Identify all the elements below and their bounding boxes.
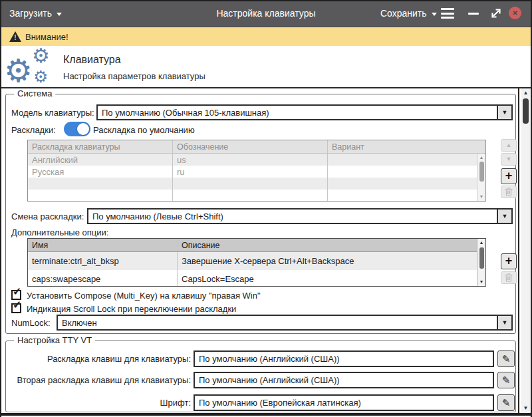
pencil-icon: ✎ <box>502 374 511 386</box>
switch-combobox[interactable]: По умолчанию (Левые Ctrl+Shift) ▼ <box>87 208 513 224</box>
table-row-empty <box>28 178 485 190</box>
trash-icon <box>505 273 513 282</box>
combo-arrow-button[interactable]: ▼ <box>497 209 511 223</box>
chevron-down-icon: ▼ <box>502 213 508 219</box>
options-table-scrollbar[interactable]: ▲ ▼ <box>477 239 485 286</box>
titlebar: Загрузить Настройка клавиатуры Сохранить… <box>0 0 532 27</box>
scrollbar-thumb[interactable] <box>523 98 529 124</box>
pencil-icon: ✎ <box>502 353 511 365</box>
content-right-border <box>518 88 519 413</box>
tty-font-edit-button[interactable]: ✎ <box>497 394 515 411</box>
window-border <box>0 413 532 416</box>
keyboard-settings-window: Загрузить Настройка клавиатуры Сохранить… <box>0 0 532 417</box>
tty-layout-value: По умолчанию (Английский (США)) <box>199 354 340 364</box>
caret-down-icon <box>432 13 437 16</box>
gear-icon: ⚙ <box>33 69 48 85</box>
table-row: Русская ru <box>28 166 485 178</box>
scroll-down-icon[interactable]: ▼ <box>477 279 485 285</box>
move-up-button[interactable]: ▲ <box>501 139 517 152</box>
plus-icon: + <box>505 170 513 182</box>
add-layout-button[interactable]: + <box>501 168 517 184</box>
combo-arrow-button[interactable]: ▼ <box>497 316 511 329</box>
maximize-button[interactable] <box>489 7 503 20</box>
layouts-table-scrollbar[interactable]: ▲ ▼ <box>477 154 485 201</box>
trash-icon <box>505 188 513 196</box>
move-down-button[interactable]: ▼ <box>501 153 517 166</box>
tty-layout-label: Раскладка клавиш для клавиатуры: <box>11 354 191 364</box>
scroll-down-icon[interactable]: ▼ <box>477 194 485 200</box>
window-border <box>0 0 1 417</box>
check-icon: ✓ <box>13 287 21 297</box>
scrollbar-thumb[interactable] <box>479 247 484 269</box>
pencil-icon: ✎ <box>502 397 511 409</box>
layouts-table-header: Раскладка клавиатуры Обозначение Вариант <box>28 140 485 154</box>
combo-arrow-button[interactable]: ▼ <box>497 106 511 119</box>
tty-font-field[interactable]: По умолчанию (Европейская латинская) <box>194 394 494 411</box>
switch-value: По умолчанию (Левые Ctrl+Shift) <box>88 209 497 223</box>
chevron-down-icon: ▼ <box>502 319 508 326</box>
caret-down-icon <box>57 13 62 16</box>
numlock-label: NumLock: <box>11 318 51 328</box>
page-header: ⚙ ⚙ ⚙ Клавиатура Настройка параметров кл… <box>0 46 532 88</box>
down-arrow-icon: ▼ <box>506 156 512 162</box>
numlock-combobox[interactable]: Включен ▼ <box>57 315 513 331</box>
tty-layout2-edit-button[interactable]: ✎ <box>497 372 515 388</box>
main-scrollbar[interactable]: ▲ ▼ <box>521 88 530 413</box>
save-button[interactable]: Сохранить <box>380 6 437 21</box>
system-section: Система Модель клавиатуры: По умолчанию … <box>5 94 516 334</box>
model-combobox[interactable]: По умолчанию (Обычная 105-клавишная) ▼ <box>96 104 513 120</box>
layouts-toggle[interactable] <box>64 122 90 136</box>
warning-text: Внимание! <box>25 32 68 42</box>
tty-layout2-label: Вторая раскладка клавиш для клавиатуры: <box>11 375 191 385</box>
scrollbar-thumb[interactable] <box>479 162 484 182</box>
tty-layout-field[interactable]: По умолчанию (Английский (США)) <box>194 350 494 367</box>
window-border <box>0 0 532 1</box>
numlock-value: Включен <box>58 316 497 329</box>
page-title: Клавиатура <box>63 54 121 66</box>
warning-icon: ! <box>9 31 21 42</box>
options-table: Имя Описание terminate:ctrl_alt_bksp Зав… <box>27 238 486 287</box>
scrolllock-checkbox-label: Индикация Scroll Lock при переключении р… <box>27 304 236 314</box>
minimize-button[interactable] <box>468 13 479 15</box>
system-legend: Система <box>14 88 55 98</box>
delete-layout-button[interactable] <box>501 186 517 198</box>
tty-layout2-field[interactable]: По умолчанию (Английский (США)) <box>194 372 494 388</box>
menu-button[interactable] <box>441 8 454 19</box>
scroll-up-icon[interactable]: ▲ <box>521 89 530 97</box>
scrolllock-checkbox[interactable]: ✓ <box>11 303 21 313</box>
tty-section: Настройка TTY VT Раскладка клавиш для кл… <box>5 341 516 412</box>
model-label: Модель клавиатуры: <box>11 108 94 118</box>
add-option-button[interactable]: + <box>501 253 517 269</box>
options-label: Дополнительные опции: <box>11 227 108 237</box>
expand-icon <box>489 7 503 20</box>
table-row-empty <box>28 190 485 202</box>
scroll-down-icon[interactable]: ▼ <box>521 404 530 412</box>
table-row[interactable]: terminate:ctrl_alt_bksp Завершение X-сер… <box>28 252 485 270</box>
tty-layout-edit-button[interactable]: ✎ <box>497 350 515 367</box>
tty-layout2-value: По умолчанию (Английский (США)) <box>199 375 340 385</box>
gear-icon: ⚙ <box>32 46 50 66</box>
load-button[interactable]: Загрузить <box>9 6 62 21</box>
switch-label: Смена раскладки: <box>11 211 84 221</box>
scroll-up-icon[interactable]: ▲ <box>477 239 485 246</box>
layouts-toggle-text: Раскладка по умолчанию <box>93 125 195 135</box>
table-row: Английский us <box>28 154 485 166</box>
check-icon: ✓ <box>13 300 21 311</box>
close-icon: ✕ <box>512 10 517 17</box>
delete-option-button[interactable] <box>501 271 517 284</box>
close-button[interactable]: ✕ <box>509 7 521 19</box>
layouts-table: Раскладка клавиатуры Обозначение Вариант… <box>27 140 486 202</box>
toggle-knob <box>77 123 89 135</box>
chevron-down-icon: ▼ <box>502 109 508 116</box>
load-button-label: Загрузить <box>9 8 52 19</box>
compose-checkbox[interactable]: ✓ <box>11 290 21 300</box>
options-table-header: Имя Описание <box>28 239 485 252</box>
gear-icon: ⚙ <box>4 55 33 87</box>
table-row[interactable]: caps:swapescape CapsLock=Escape <box>28 270 485 287</box>
tty-legend: Настройка TTY VT <box>14 335 95 345</box>
scroll-up-icon[interactable]: ▲ <box>477 154 485 161</box>
model-value: По умолчанию (Обычная 105-клавишная) <box>98 106 497 119</box>
save-button-label: Сохранить <box>380 8 427 19</box>
layouts-label: Раскладки: <box>11 125 56 135</box>
tty-font-value: По умолчанию (Европейская латинская) <box>199 398 361 408</box>
